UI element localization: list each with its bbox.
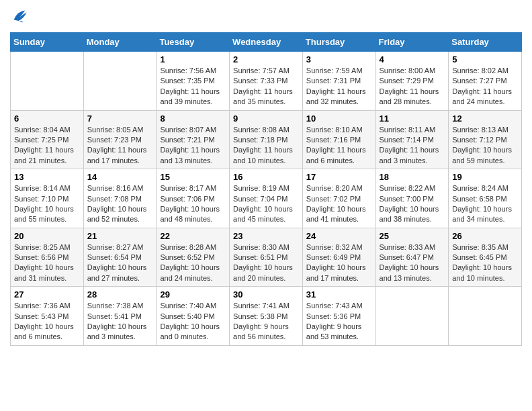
- day-header-wednesday: Wednesday: [230, 33, 303, 52]
- calendar-cell: 24Sunrise: 8:32 AMSunset: 6:49 PMDayligh…: [302, 228, 375, 287]
- calendar-cell: 21Sunrise: 8:27 AMSunset: 6:54 PMDayligh…: [83, 228, 157, 287]
- day-number: 31: [306, 289, 372, 300]
- day-number: 3: [306, 54, 372, 64]
- day-info: Sunrise: 8:13 AMSunset: 7:12 PMDaylight:…: [452, 125, 518, 167]
- day-number: 22: [160, 231, 226, 241]
- day-info: Sunrise: 7:57 AMSunset: 7:33 PMDaylight:…: [233, 66, 299, 107]
- day-number: 5: [452, 54, 518, 64]
- day-info: Sunrise: 8:16 AMSunset: 7:08 PMDaylight:…: [87, 183, 153, 225]
- calendar-cell: 11Sunrise: 8:11 AMSunset: 7:14 PMDayligh…: [375, 110, 449, 169]
- day-info: Sunrise: 8:19 AMSunset: 7:04 PMDaylight:…: [233, 183, 299, 225]
- calendar-week-5: 27Sunrise: 7:36 AMSunset: 5:43 PMDayligh…: [11, 287, 522, 346]
- calendar-cell: 28Sunrise: 7:38 AMSunset: 5:41 PMDayligh…: [83, 287, 157, 346]
- day-info: Sunrise: 7:41 AMSunset: 5:38 PMDaylight:…: [233, 301, 299, 342]
- calendar-cell: 16Sunrise: 8:19 AMSunset: 7:04 PMDayligh…: [230, 169, 303, 228]
- calendar-cell: 12Sunrise: 8:13 AMSunset: 7:12 PMDayligh…: [449, 110, 522, 169]
- day-info: Sunrise: 8:11 AMSunset: 7:14 PMDaylight:…: [380, 125, 445, 167]
- day-header-monday: Monday: [83, 33, 157, 52]
- logo-icon: [10, 7, 29, 26]
- day-info: Sunrise: 8:07 AMSunset: 7:21 PMDaylight:…: [160, 125, 226, 167]
- day-info: Sunrise: 8:04 AMSunset: 7:25 PMDaylight:…: [14, 125, 80, 167]
- calendar-cell: 17Sunrise: 8:20 AMSunset: 7:02 PMDayligh…: [302, 169, 375, 228]
- calendar-cell: 3Sunrise: 7:59 AMSunset: 7:31 PMDaylight…: [302, 52, 375, 111]
- day-header-sunday: Sunday: [11, 33, 84, 52]
- day-info: Sunrise: 8:17 AMSunset: 7:06 PMDaylight:…: [160, 183, 226, 225]
- day-number: 15: [160, 172, 226, 182]
- calendar-cell: 27Sunrise: 7:36 AMSunset: 5:43 PMDayligh…: [11, 287, 84, 346]
- calendar-cell: 15Sunrise: 8:17 AMSunset: 7:06 PMDayligh…: [157, 169, 230, 228]
- day-number: 12: [452, 113, 518, 124]
- day-info: Sunrise: 8:24 AMSunset: 6:58 PMDaylight:…: [452, 183, 518, 225]
- day-info: Sunrise: 8:20 AMSunset: 7:02 PMDaylight:…: [306, 183, 372, 225]
- day-number: 6: [14, 113, 80, 124]
- calendar-cell: 29Sunrise: 7:40 AMSunset: 5:40 PMDayligh…: [157, 287, 230, 346]
- day-info: Sunrise: 7:59 AMSunset: 7:31 PMDaylight:…: [306, 66, 372, 107]
- calendar-cell: 13Sunrise: 8:14 AMSunset: 7:10 PMDayligh…: [11, 169, 84, 228]
- day-number: 11: [380, 113, 445, 124]
- day-number: 20: [14, 231, 80, 241]
- calendar-cell: 2Sunrise: 7:57 AMSunset: 7:33 PMDaylight…: [230, 52, 303, 111]
- day-number: 23: [233, 231, 299, 241]
- day-info: Sunrise: 8:28 AMSunset: 6:52 PMDaylight:…: [160, 242, 226, 284]
- calendar-cell: 18Sunrise: 8:22 AMSunset: 7:00 PMDayligh…: [375, 169, 449, 228]
- calendar-cell: [449, 287, 522, 346]
- calendar-cell: 22Sunrise: 8:28 AMSunset: 6:52 PMDayligh…: [157, 228, 230, 287]
- day-info: Sunrise: 8:08 AMSunset: 7:18 PMDaylight:…: [233, 125, 299, 167]
- calendar-cell: 5Sunrise: 8:02 AMSunset: 7:27 PMDaylight…: [449, 52, 522, 111]
- calendar-cell: 19Sunrise: 8:24 AMSunset: 6:58 PMDayligh…: [449, 169, 522, 228]
- day-number: 24: [306, 231, 372, 241]
- day-header-thursday: Thursday: [302, 33, 375, 52]
- day-info: Sunrise: 8:14 AMSunset: 7:10 PMDaylight:…: [14, 183, 80, 225]
- day-info: Sunrise: 7:56 AMSunset: 7:35 PMDaylight:…: [160, 66, 226, 107]
- calendar-cell: 23Sunrise: 8:30 AMSunset: 6:51 PMDayligh…: [230, 228, 303, 287]
- day-info: Sunrise: 8:10 AMSunset: 7:16 PMDaylight:…: [306, 125, 372, 167]
- logo: [10, 7, 32, 26]
- day-header-saturday: Saturday: [449, 33, 522, 52]
- day-number: 18: [380, 172, 445, 182]
- day-info: Sunrise: 8:27 AMSunset: 6:54 PMDaylight:…: [87, 242, 153, 284]
- calendar-cell: 4Sunrise: 8:00 AMSunset: 7:29 PMDaylight…: [375, 52, 449, 111]
- calendar-week-2: 6Sunrise: 8:04 AMSunset: 7:25 PMDaylight…: [11, 110, 522, 169]
- day-info: Sunrise: 7:40 AMSunset: 5:40 PMDaylight:…: [160, 301, 226, 342]
- day-info: Sunrise: 8:05 AMSunset: 7:23 PMDaylight:…: [87, 125, 153, 167]
- day-number: 14: [87, 172, 153, 182]
- day-number: 28: [87, 289, 153, 300]
- calendar-cell: 8Sunrise: 8:07 AMSunset: 7:21 PMDaylight…: [157, 110, 230, 169]
- calendar-cell: [375, 287, 449, 346]
- day-number: 7: [87, 113, 153, 124]
- day-number: 17: [306, 172, 372, 182]
- calendar-cell: 6Sunrise: 8:04 AMSunset: 7:25 PMDaylight…: [11, 110, 84, 169]
- calendar-cell: 14Sunrise: 8:16 AMSunset: 7:08 PMDayligh…: [83, 169, 157, 228]
- calendar-cell: 30Sunrise: 7:41 AMSunset: 5:38 PMDayligh…: [230, 287, 303, 346]
- calendar-cell: 10Sunrise: 8:10 AMSunset: 7:16 PMDayligh…: [302, 110, 375, 169]
- day-info: Sunrise: 8:25 AMSunset: 6:56 PMDaylight:…: [14, 242, 80, 284]
- day-number: 29: [160, 289, 226, 300]
- day-info: Sunrise: 8:32 AMSunset: 6:49 PMDaylight:…: [306, 242, 372, 284]
- day-number: 4: [380, 54, 445, 64]
- day-number: 26: [452, 231, 518, 241]
- calendar-cell: 9Sunrise: 8:08 AMSunset: 7:18 PMDaylight…: [230, 110, 303, 169]
- calendar-week-3: 13Sunrise: 8:14 AMSunset: 7:10 PMDayligh…: [11, 169, 522, 228]
- day-info: Sunrise: 7:36 AMSunset: 5:43 PMDaylight:…: [14, 301, 80, 342]
- page-header: [10, 7, 522, 26]
- calendar-cell: 26Sunrise: 8:35 AMSunset: 6:45 PMDayligh…: [449, 228, 522, 287]
- day-header-tuesday: Tuesday: [157, 33, 230, 52]
- calendar-cell: 7Sunrise: 8:05 AMSunset: 7:23 PMDaylight…: [83, 110, 157, 169]
- day-number: 2: [233, 54, 299, 64]
- day-info: Sunrise: 8:33 AMSunset: 6:47 PMDaylight:…: [380, 242, 445, 284]
- calendar-week-1: 1Sunrise: 7:56 AMSunset: 7:35 PMDaylight…: [11, 52, 522, 111]
- day-info: Sunrise: 8:35 AMSunset: 6:45 PMDaylight:…: [452, 242, 518, 284]
- day-number: 21: [87, 231, 153, 241]
- day-info: Sunrise: 8:30 AMSunset: 6:51 PMDaylight:…: [233, 242, 299, 284]
- day-number: 25: [380, 231, 445, 241]
- day-number: 27: [14, 289, 80, 300]
- calendar-cell: [11, 52, 84, 111]
- calendar-cell: [83, 52, 157, 111]
- calendar-table: SundayMondayTuesdayWednesdayThursdayFrid…: [10, 32, 522, 346]
- calendar-cell: 31Sunrise: 7:43 AMSunset: 5:36 PMDayligh…: [302, 287, 375, 346]
- day-number: 1: [160, 54, 226, 64]
- day-info: Sunrise: 8:00 AMSunset: 7:29 PMDaylight:…: [380, 66, 445, 107]
- day-number: 10: [306, 113, 372, 124]
- day-number: 13: [14, 172, 80, 182]
- day-info: Sunrise: 8:22 AMSunset: 7:00 PMDaylight:…: [380, 183, 445, 225]
